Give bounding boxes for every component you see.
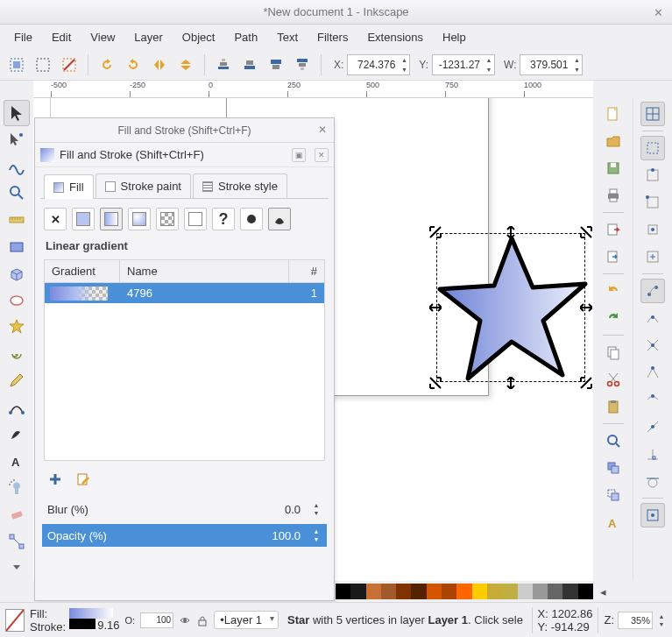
layer-selector[interactable]: •Layer 1 bbox=[214, 611, 279, 629]
copy-icon[interactable] bbox=[601, 340, 626, 365]
clone-icon[interactable] bbox=[601, 483, 626, 507]
chevron-up-icon[interactable]: ▲ bbox=[311, 501, 322, 509]
zoom-input[interactable] bbox=[618, 612, 653, 629]
paint-unset-icon[interactable] bbox=[268, 208, 291, 230]
snap-intersection-icon[interactable] bbox=[640, 333, 665, 357]
blur-control[interactable]: Blur (%) 0.0 ▲▼ bbox=[42, 498, 327, 520]
select-all-layers-icon[interactable] bbox=[5, 53, 28, 76]
menu-filters[interactable]: Filters bbox=[308, 27, 357, 47]
import-icon[interactable] bbox=[601, 217, 626, 242]
dialog-iconify-icon[interactable]: ▣ bbox=[292, 148, 306, 162]
scale-handle-s[interactable] bbox=[505, 377, 517, 389]
snap-tangential-icon[interactable] bbox=[640, 469, 665, 493]
chevron-up-icon[interactable]: ▲ bbox=[656, 612, 667, 620]
tab-stroke-paint[interactable]: Stroke paint bbox=[95, 173, 191, 198]
spray-tool[interactable] bbox=[4, 475, 30, 501]
spiral-tool[interactable] bbox=[4, 341, 30, 367]
chevron-up-icon[interactable]: ▲ bbox=[484, 55, 494, 65]
open-document-icon[interactable] bbox=[601, 129, 626, 153]
deselect-icon[interactable] bbox=[58, 53, 81, 76]
measure-tool[interactable] bbox=[4, 207, 30, 233]
scale-handle-e[interactable] bbox=[580, 301, 592, 314]
flip-horizontal-icon[interactable] bbox=[148, 53, 171, 76]
snap-bbox-midpoint-icon[interactable] bbox=[640, 217, 665, 242]
tab-fill[interactable]: Fill bbox=[44, 174, 94, 199]
color-palette[interactable] bbox=[336, 584, 593, 599]
snap-line-midpoint-icon[interactable] bbox=[640, 414, 665, 439]
fill-stroke-indicator[interactable] bbox=[4, 607, 26, 633]
flip-vertical-icon[interactable] bbox=[174, 53, 197, 76]
layer-visibility-icon[interactable] bbox=[179, 614, 191, 626]
opacity-input[interactable] bbox=[140, 612, 173, 628]
paste-icon[interactable] bbox=[601, 394, 626, 419]
snap-bbox-center-icon[interactable] bbox=[640, 244, 665, 269]
duplicate-icon[interactable] bbox=[601, 456, 626, 480]
paint-linear-gradient-icon[interactable] bbox=[100, 208, 123, 230]
rectangle-tool[interactable] bbox=[4, 234, 30, 260]
scale-handle-nw[interactable] bbox=[429, 226, 442, 238]
snap-path-icon[interactable] bbox=[640, 306, 665, 330]
col-gradient[interactable]: Gradient bbox=[45, 260, 120, 282]
snap-others-icon[interactable] bbox=[640, 503, 665, 527]
window-close-button[interactable]: ✕ bbox=[649, 4, 667, 21]
add-gradient-icon[interactable] bbox=[46, 470, 65, 489]
snap-enable-icon[interactable] bbox=[640, 102, 665, 126]
menu-extensions[interactable]: Extensions bbox=[358, 27, 432, 47]
menu-view[interactable]: View bbox=[81, 27, 124, 47]
menu-path[interactable]: Path bbox=[225, 27, 266, 47]
text-tool[interactable]: A bbox=[4, 448, 30, 474]
snap-bbox-icon[interactable] bbox=[640, 136, 665, 160]
coord-x-input[interactable]: ▲▼ bbox=[347, 54, 410, 75]
zoom-fit-icon[interactable] bbox=[601, 428, 626, 453]
dialog-detach-close-icon[interactable]: ✕ bbox=[315, 148, 329, 162]
rotate-cw-icon[interactable] bbox=[122, 53, 145, 76]
box3d-tool[interactable] bbox=[4, 260, 30, 287]
scale-handle-w[interactable] bbox=[429, 301, 442, 314]
snap-node-icon[interactable] bbox=[640, 279, 665, 303]
snap-perpendicular-icon[interactable] bbox=[640, 442, 665, 466]
stroke-swatch[interactable] bbox=[69, 619, 95, 629]
tweak-tool[interactable] bbox=[4, 153, 30, 180]
chevron-down-icon[interactable]: ▼ bbox=[484, 65, 494, 74]
paint-flat-icon[interactable] bbox=[72, 208, 95, 230]
tab-stroke-style[interactable]: Stroke style bbox=[193, 173, 287, 198]
select-all-icon[interactable] bbox=[32, 53, 54, 76]
paint-swatch-icon2[interactable] bbox=[184, 208, 207, 230]
paint-none-icon[interactable]: ✕ bbox=[44, 208, 67, 230]
export-icon[interactable] bbox=[601, 244, 626, 269]
node-tool[interactable] bbox=[4, 127, 30, 153]
scale-handle-se[interactable] bbox=[580, 377, 592, 389]
col-count[interactable]: # bbox=[289, 260, 324, 282]
chevron-up-icon[interactable]: ▲ bbox=[571, 55, 582, 65]
fill-swatch[interactable] bbox=[69, 608, 113, 619]
paint-mesh-icon[interactable] bbox=[240, 208, 263, 230]
snap-bbox-corner-icon[interactable] bbox=[640, 190, 665, 215]
paint-radial-gradient-icon[interactable] bbox=[128, 208, 151, 230]
paint-unknown-icon[interactable]: ? bbox=[212, 208, 235, 230]
raise-to-top-icon[interactable] bbox=[291, 53, 314, 76]
menu-text[interactable]: Text bbox=[268, 27, 307, 47]
eraser-tool[interactable] bbox=[4, 501, 30, 527]
rotate-ccw-icon[interactable] bbox=[95, 53, 118, 76]
raise-icon[interactable] bbox=[265, 53, 287, 76]
undo-icon[interactable] bbox=[601, 279, 626, 303]
chevron-down-icon[interactable]: ▼ bbox=[571, 65, 582, 74]
menu-help[interactable]: Help bbox=[434, 27, 475, 47]
cut-icon[interactable] bbox=[601, 367, 626, 392]
menu-edit[interactable]: Edit bbox=[43, 27, 80, 47]
menu-object[interactable]: Object bbox=[173, 27, 224, 47]
print-icon[interactable] bbox=[601, 183, 626, 208]
dialog-close-icon[interactable]: ✕ bbox=[318, 124, 327, 136]
layer-lock-icon[interactable] bbox=[196, 614, 209, 626]
palette-menu-icon[interactable]: ◂ bbox=[595, 584, 611, 599]
star-tool[interactable] bbox=[4, 314, 30, 340]
chevron-down-icon[interactable]: ▼ bbox=[656, 620, 667, 628]
pencil-tool[interactable] bbox=[4, 368, 30, 394]
redo-icon[interactable] bbox=[601, 306, 626, 330]
edit-gradient-icon[interactable] bbox=[74, 470, 93, 489]
selector-tool[interactable] bbox=[4, 100, 30, 126]
lower-icon[interactable] bbox=[238, 53, 261, 76]
coord-w-input[interactable]: ▲▼ bbox=[520, 54, 583, 75]
gradient-row[interactable]: 4796 1 bbox=[45, 283, 324, 303]
scale-handle-n[interactable] bbox=[505, 226, 517, 238]
